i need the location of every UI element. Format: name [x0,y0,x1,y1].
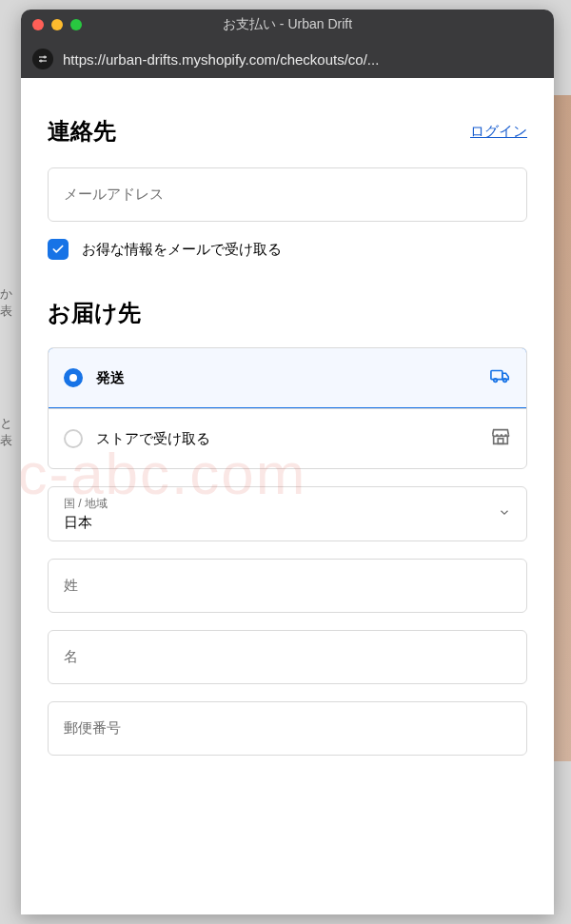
address-bar[interactable]: https://urban-drifts.myshopify.com/check… [21,40,554,78]
newsletter-label: お得な情報をメールで受け取る [82,241,282,259]
delivery-option-ship[interactable]: 発送 [48,347,527,408]
checkout-content: ec-abc.com 連絡先 ログイン メールアドレス お得な情報をメールで受け… [21,78,554,914]
truck-icon [490,365,511,390]
postal-code-field[interactable]: 郵便番号 [48,701,527,756]
svg-rect-6 [491,371,502,380]
delivery-option-pickup[interactable]: ストアで受け取る [49,408,526,468]
background-image-fragment [554,95,571,761]
radio-ship[interactable] [64,368,83,387]
maximize-window-button[interactable] [70,19,82,30]
contact-heading: 連絡先 [48,116,116,147]
chevron-down-icon [498,506,511,522]
radio-pickup-label: ストアで受け取る [96,430,477,448]
login-link[interactable]: ログイン [470,123,527,141]
svg-rect-9 [498,439,503,444]
site-settings-icon[interactable] [32,49,53,69]
radio-pickup[interactable] [64,429,83,448]
email-field[interactable]: メールアドレス [48,167,527,222]
window-titlebar: お支払い - Urban Drift [21,10,554,40]
traffic-lights [32,19,82,30]
svg-point-2 [44,56,46,58]
minimize-window-button[interactable] [51,19,63,30]
svg-point-8 [503,379,507,383]
delivery-method-group: 発送 ストアで受け取る [48,347,527,469]
svg-point-5 [40,60,42,62]
browser-window: お支払い - Urban Drift https://urban-drifts.… [21,10,554,914]
country-select[interactable]: 国 / 地域 日本 [48,486,527,541]
url-text: https://urban-drifts.myshopify.com/check… [63,51,542,68]
radio-ship-label: 発送 [96,369,477,387]
store-icon [490,426,511,451]
delivery-heading: お届け先 [48,298,527,328]
country-label: 国 / 地域 [64,496,511,512]
close-window-button[interactable] [32,19,44,30]
last-name-field[interactable]: 姓 [48,559,527,613]
window-title: お支払い - Urban Drift [21,16,554,33]
background-page-fragment: か 表 と 表 [0,190,21,571]
country-value: 日本 [64,514,511,532]
first-name-field[interactable]: 名 [48,630,527,684]
svg-point-7 [494,379,498,383]
newsletter-checkbox[interactable] [48,239,69,260]
